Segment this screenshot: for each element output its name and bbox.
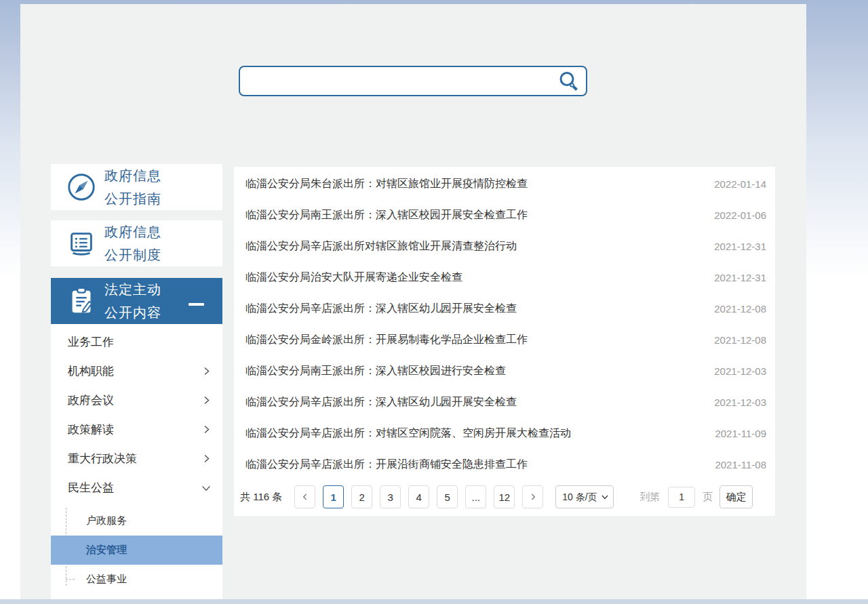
chevron-right-icon xyxy=(201,395,212,405)
goto-suffix-label: 页 xyxy=(703,491,713,504)
goto-prefix-label: 到第 xyxy=(639,491,660,504)
menu-item-policy[interactable]: 政策解读 xyxy=(51,415,222,444)
news-date: 2021-12-03 xyxy=(714,397,766,408)
news-date: 2021-12-31 xyxy=(714,241,766,252)
sidebar-item-label: 法定主动 公开内容 xyxy=(104,278,161,324)
list-item[interactable]: 临淄公安分局朱台派出所：对辖区旅馆业开展疫情防控检查 2022-01-14 xyxy=(234,168,775,199)
content-panel: 政府信息 公开指南 政府信息 公开制度 xyxy=(20,4,806,599)
news-date: 2022-01-14 xyxy=(714,178,766,190)
news-date: 2021-11-08 xyxy=(715,459,766,470)
news-date: 2021-12-31 xyxy=(714,272,766,283)
news-list: 临淄公安分局朱台派出所：对辖区旅馆业开展疫情防控检查 2022-01-14 临淄… xyxy=(234,167,775,480)
page-size-select-wrap: 10 条/页 xyxy=(555,485,614,508)
sidebar-item-system[interactable]: 政府信息 公开制度 xyxy=(51,220,222,266)
search-icon xyxy=(557,70,580,93)
list-item[interactable]: 临淄公安分局辛店派出所：深入辖区幼儿园开展安全检查 2021-12-08 xyxy=(234,293,775,324)
prev-page-button[interactable] xyxy=(294,485,315,508)
chevron-right-icon xyxy=(201,366,212,376)
page-button-12[interactable]: 12 xyxy=(494,485,515,508)
list-item[interactable]: 临淄公安分局南王派出所：深入辖区校园进行安全检查 2021-12-03 xyxy=(234,355,775,386)
news-title-link[interactable]: 临淄公安分局南王派出所：深入辖区校园进行安全检查 xyxy=(245,364,701,378)
news-title-link[interactable]: 临淄公安分局辛店派出所对辖区旅馆业开展清查整治行动 xyxy=(245,239,701,254)
compass-icon xyxy=(66,172,97,203)
menu-item-label: 机构职能 xyxy=(68,363,201,379)
submenu-livelihood: 户政服务 治安管理 公益事业 xyxy=(51,506,222,594)
page-ellipsis-button[interactable]: ... xyxy=(465,485,486,508)
news-title-link[interactable]: 临淄公安分局朱台派出所：对辖区旅馆业开展疫情防控检查 xyxy=(245,177,701,191)
submenu-item-public-welfare[interactable]: 公益事业 xyxy=(51,565,222,594)
submenu-item-label: 公益事业 xyxy=(86,573,127,586)
bottom-band xyxy=(0,599,868,604)
sidebar-item-label: 政府信息 公开指南 xyxy=(104,164,161,210)
list-item[interactable]: 临淄公安分局辛店派出所对辖区旅馆业开展清查整治行动 2021-12-31 xyxy=(234,230,775,262)
news-title-link[interactable]: 临淄公安分局辛店派出所：开展沿街商铺安全隐患排查工作 xyxy=(245,458,701,472)
page-button-5[interactable]: 5 xyxy=(437,485,458,508)
chevron-right-icon xyxy=(528,492,538,502)
menu-item-label: 政策解读 xyxy=(68,422,201,437)
page-button-4[interactable]: 4 xyxy=(408,485,429,508)
search-input[interactable] xyxy=(247,67,552,95)
news-date: 2021-12-03 xyxy=(714,365,766,377)
submenu-item-label: 治安管理 xyxy=(86,544,127,557)
news-date: 2022-01-06 xyxy=(714,209,766,221)
news-list-panel: 临淄公安分局朱台派出所：对辖区旅馆业开展疫情防控检查 2022-01-14 临淄… xyxy=(234,167,775,516)
sidebar-item-active-disclosure[interactable]: 法定主动 公开内容 xyxy=(51,278,222,324)
menu-item-business[interactable]: 业务工作 xyxy=(51,327,222,357)
page-button-3[interactable]: 3 xyxy=(380,485,401,508)
menu-item-label: 政府会议 xyxy=(68,392,201,408)
menu-item-meetings[interactable]: 政府会议 xyxy=(51,386,222,415)
document-icon xyxy=(66,228,97,259)
sidebar-item-guide[interactable]: 政府信息 公开指南 xyxy=(51,164,222,210)
pagination: 共 116 条 1 2 3 4 5 ... 12 10 条/页 到第 页 xyxy=(240,485,770,508)
menu-item-label: 民生公益 xyxy=(68,480,201,496)
news-date: 2021-12-08 xyxy=(714,303,766,315)
menu-item-functions[interactable]: 机构职能 xyxy=(51,357,222,386)
list-item[interactable]: 临淄公安分局金岭派出所：开展易制毒化学品企业检查工作 2021-12-08 xyxy=(234,324,775,355)
news-title-link[interactable]: 临淄公安分局辛店派出所：深入辖区幼儿园开展安全检查 xyxy=(245,395,701,409)
goto-page-input[interactable] xyxy=(668,487,695,508)
chevron-left-icon xyxy=(300,492,310,502)
news-title-link[interactable]: 临淄公安分局治安大队开展寄递企业安全检查 xyxy=(245,270,701,285)
news-date: 2021-11-09 xyxy=(715,428,766,439)
menu-item-livelihood[interactable]: 民生公益 xyxy=(51,473,222,502)
list-item[interactable]: 临淄公安分局辛店派出所：对辖区空闲院落、空闲房开展大检查活动 2021-11-0… xyxy=(234,418,775,449)
list-item[interactable]: 临淄公安分局辛店派出所：深入辖区幼儿园开展安全检查 2021-12-03 xyxy=(234,386,775,418)
page-button-2[interactable]: 2 xyxy=(351,485,372,508)
pagination-total: 共 116 条 xyxy=(240,491,282,504)
search-bar xyxy=(239,66,587,96)
clipboard-pencil-icon xyxy=(66,285,97,317)
news-date: 2021-12-08 xyxy=(714,334,766,346)
list-item[interactable]: 临淄公安分局治安大队开展寄递企业安全检查 2021-12-31 xyxy=(234,262,775,293)
submenu-item-household[interactable]: 户政服务 xyxy=(51,506,222,536)
submenu-item-label: 户政服务 xyxy=(86,515,127,527)
menu-item-label: 业务工作 xyxy=(68,334,212,350)
next-page-button[interactable] xyxy=(522,485,543,508)
sidebar-item-label: 政府信息 公开制度 xyxy=(104,220,161,266)
confirm-button[interactable]: 确定 xyxy=(719,485,753,508)
collapse-minus-icon[interactable] xyxy=(189,303,204,306)
list-item[interactable]: 临淄公安分局辛店派出所：开展沿街商铺安全隐患排查工作 2021-11-08 xyxy=(234,449,775,480)
chevron-right-icon xyxy=(201,424,212,435)
search-button[interactable] xyxy=(556,70,582,93)
chevron-down-icon xyxy=(201,483,212,494)
news-title-link[interactable]: 临淄公安分局辛店派出所：深入辖区幼儿园开展安全检查 xyxy=(245,302,701,316)
news-title-link[interactable]: 临淄公安分局南王派出所：深入辖区校园开展安全检查工作 xyxy=(245,208,701,222)
chevron-right-icon xyxy=(201,454,212,464)
news-title-link[interactable]: 临淄公安分局金岭派出所：开展易制毒化学品企业检查工作 xyxy=(245,333,701,347)
page-size-select[interactable]: 10 条/页 xyxy=(555,485,614,508)
menu-item-decisions[interactable]: 重大行政决策 xyxy=(51,444,222,473)
page-button-1[interactable]: 1 xyxy=(323,485,344,508)
news-title-link[interactable]: 临淄公安分局辛店派出所：对辖区空闲院落、空闲房开展大检查活动 xyxy=(245,426,701,441)
submenu-item-public-security[interactable]: 治安管理 xyxy=(51,536,222,565)
list-item[interactable]: 临淄公安分局南王派出所：深入辖区校园开展安全检查工作 2022-01-06 xyxy=(234,199,775,230)
menu-item-label: 重大行政决策 xyxy=(68,451,201,466)
sidebar-menu: 业务工作 机构职能 政府会议 政策解读 重大行政决策 民生公益 xyxy=(51,324,222,599)
